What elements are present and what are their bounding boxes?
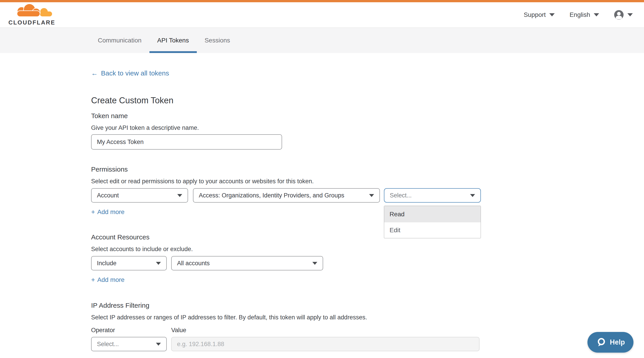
ip-value-input[interactable]	[171, 337, 480, 351]
permission-resource-select[interactable]: Access: Organizations, Identity Provider…	[193, 188, 380, 203]
cloudflare-logo[interactable]: CLOUDFLARE	[8, 4, 56, 26]
permissions-description: Select edit or read permissions to apply…	[91, 177, 644, 185]
add-more-label: Add more	[98, 208, 124, 216]
page-title: Create Custom Token	[91, 95, 644, 106]
chevron-down-icon	[177, 194, 182, 197]
header-actions: Support English	[524, 10, 633, 20]
ip-filtering-heading: IP Address Filtering	[91, 301, 644, 309]
value-label: Value	[171, 326, 186, 334]
plus-icon: +	[91, 208, 95, 216]
resource-mode-value: Include	[97, 260, 116, 267]
add-more-label: Add more	[98, 276, 124, 283]
chevron-down-icon	[470, 194, 475, 197]
brand-accent-bar	[0, 0, 644, 2]
tab-api-tokens[interactable]: API Tokens	[150, 28, 197, 53]
brand-name: CLOUDFLARE	[8, 19, 55, 26]
permission-level-menu: Read Edit	[384, 206, 481, 238]
ip-operator-select[interactable]: Select...	[91, 337, 167, 351]
ip-filtering-description: Select IP addresses or ranges of IP addr…	[91, 313, 644, 321]
add-permission-link[interactable]: + Add more	[91, 208, 124, 216]
permissions-section: Permissions Select edit or read permissi…	[91, 165, 644, 216]
menu-option-label: Read	[390, 211, 404, 218]
tab-sessions[interactable]: Sessions	[197, 28, 238, 53]
menu-option-edit[interactable]: Edit	[384, 222, 481, 238]
chevron-down-icon	[369, 194, 374, 197]
token-name-description: Give your API token a descriptive name.	[91, 124, 644, 132]
permission-level-select[interactable]: Select...	[384, 188, 481, 203]
back-arrow-icon: ←	[91, 69, 98, 77]
back-link-label: Back to view all tokens	[101, 69, 169, 77]
tab-label: Communication	[98, 37, 142, 44]
account-resources-heading: Account Resources	[91, 233, 644, 241]
account-menu-button[interactable]	[614, 10, 633, 20]
permission-scope-select[interactable]: Account	[91, 188, 188, 203]
language-menu-label: English	[570, 11, 590, 19]
main-content: ← Back to view all tokens Create Custom …	[0, 53, 644, 351]
permission-resource-value: Access: Organizations, Identity Provider…	[199, 192, 344, 199]
tab-label: Sessions	[205, 37, 230, 44]
ip-filtering-section: IP Address Filtering Select IP addresses…	[91, 301, 644, 351]
token-name-input[interactable]	[91, 134, 282, 150]
ip-filtering-field-labels: Operator Value	[91, 326, 644, 334]
profile-tabs: Communication API Tokens Sessions	[0, 28, 644, 53]
account-resources-description: Select accounts to include or exclude.	[91, 245, 644, 253]
permissions-row: Account Access: Organizations, Identity …	[91, 188, 644, 203]
add-account-resource-link[interactable]: + Add more	[91, 276, 124, 283]
operator-label: Operator	[91, 326, 171, 334]
cloudflare-cloud-icon	[8, 4, 56, 19]
help-button[interactable]: Help	[588, 332, 634, 352]
account-resources-section: Account Resources Select accounts to inc…	[91, 233, 644, 283]
ip-operator-placeholder: Select...	[97, 341, 119, 348]
support-menu-label: Support	[524, 11, 546, 19]
permission-level-placeholder: Select...	[390, 192, 412, 199]
resource-accounts-value: All accounts	[177, 260, 210, 267]
chevron-down-icon	[549, 13, 555, 17]
tab-label: API Tokens	[157, 37, 189, 44]
resource-accounts-select[interactable]: All accounts	[171, 256, 323, 270]
account-resources-row: Include All accounts	[91, 256, 644, 270]
ip-filtering-row: Select...	[91, 337, 644, 351]
permission-scope-value: Account	[97, 192, 119, 199]
back-link[interactable]: ← Back to view all tokens	[91, 69, 169, 77]
chevron-down-icon	[156, 343, 161, 346]
resource-mode-select[interactable]: Include	[91, 256, 167, 270]
user-avatar-icon	[614, 10, 624, 20]
chevron-down-icon	[628, 13, 633, 17]
token-name-section: Token name Give your API token a descrip…	[91, 112, 644, 150]
chevron-down-icon	[594, 13, 599, 17]
support-menu-button[interactable]: Support	[524, 11, 555, 19]
permissions-heading: Permissions	[91, 165, 644, 173]
chevron-down-icon	[156, 262, 161, 265]
permission-level-select-wrap: Select... Read Edit	[384, 188, 481, 203]
token-name-heading: Token name	[91, 112, 644, 120]
menu-option-label: Edit	[390, 227, 400, 234]
tab-communication[interactable]: Communication	[90, 28, 150, 53]
plus-icon: +	[91, 276, 95, 283]
chevron-down-icon	[312, 262, 317, 265]
header: CLOUDFLARE Support English	[0, 2, 644, 28]
language-menu-button[interactable]: English	[570, 11, 599, 19]
chat-bubble-icon	[596, 337, 606, 347]
help-button-label: Help	[610, 338, 625, 346]
menu-option-read[interactable]: Read	[384, 206, 481, 222]
